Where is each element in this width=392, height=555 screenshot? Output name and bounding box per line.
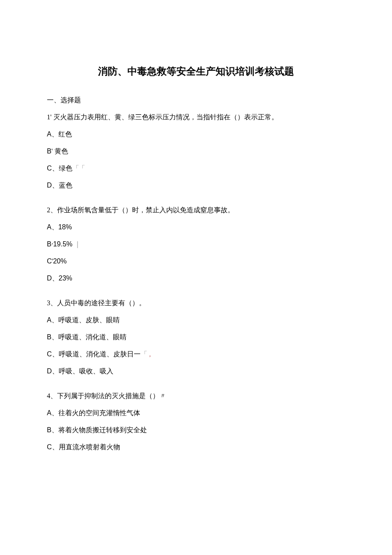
option-d: D、蓝色 bbox=[47, 180, 345, 191]
option-text: 23% bbox=[59, 275, 72, 282]
question-1: 1' 灭火器压力表用红、黄、绿三色标示压力情况，当指针指在（）表示正常。 A、红… bbox=[47, 112, 345, 191]
option-prefix: A bbox=[47, 316, 52, 324]
option-prefix: C bbox=[47, 165, 52, 172]
option-b: B、呼吸道、消化道、眼睛 bbox=[47, 332, 345, 342]
option-text: 呼吸、吸收、吸入 bbox=[59, 367, 113, 375]
option-sep: 、 bbox=[52, 316, 58, 324]
option-d: D、呼吸、吸收、吸入 bbox=[47, 366, 345, 376]
option-sep: 、 bbox=[52, 130, 58, 138]
option-a: A、红色 bbox=[47, 129, 345, 139]
answer-mark: ｜ bbox=[74, 240, 81, 248]
option-c: C、用直流水喷射着火物 bbox=[47, 442, 345, 452]
option-a: A、18% bbox=[47, 222, 345, 232]
option-prefix: C bbox=[47, 257, 52, 265]
question-text: 2、作业场所氧含量低于（）时，禁止入内以免造成窒息事故。 bbox=[47, 205, 345, 215]
option-prefix: C bbox=[47, 350, 52, 358]
option-text: 红色 bbox=[58, 130, 72, 138]
option-sep: 、 bbox=[52, 443, 59, 451]
option-sep: 、 bbox=[52, 165, 59, 172]
question-text: 1' 灭火器压力表用红、黄、绿三色标示压力情况，当指针指在（）表示正常。 bbox=[47, 112, 345, 122]
option-text: 蓝色 bbox=[59, 182, 72, 189]
option-prefix: D bbox=[47, 275, 52, 282]
option-text: 呼吸道、皮肤、眼睛 bbox=[58, 316, 120, 324]
option-sep: 、 bbox=[52, 182, 59, 189]
option-prefix: B bbox=[47, 426, 52, 434]
option-sep: 、 bbox=[52, 350, 59, 358]
option-sep: 、 bbox=[52, 275, 59, 282]
question-text: 4、下列属于抑制法的灭火措施是（）〃 bbox=[47, 391, 345, 401]
option-prefix: C bbox=[47, 443, 52, 451]
option-text: 18% bbox=[58, 223, 72, 231]
option-text: 绿色 bbox=[59, 165, 72, 172]
option-b: B·19.5%｜ bbox=[47, 239, 345, 249]
option-prefix: B bbox=[47, 147, 52, 155]
option-sep: 、 bbox=[52, 409, 58, 416]
option-text: 往着火的空间充灌惰性气体 bbox=[58, 409, 140, 416]
option-c: C、绿色「「 bbox=[47, 163, 345, 173]
option-text: 呼吸道、消化道、皮肤日一 bbox=[59, 350, 141, 358]
option-a: A、往着火的空间充灌惰性气体 bbox=[47, 408, 345, 418]
option-sep: 、 bbox=[52, 223, 58, 231]
section-heading: 一、选择题 bbox=[47, 95, 345, 105]
answer-mark-punct: ， bbox=[147, 350, 153, 358]
question-4: 4、下列属于抑制法的灭火措施是（）〃 A、往着火的空间充灌惰性气体 B、将着火物… bbox=[47, 391, 345, 452]
question-3: 3、人员中毒的途径主要有（）。 A、呼吸道、皮肤、眼睛 B、呼吸道、消化道、眼睛… bbox=[47, 298, 345, 376]
option-text: 呼吸道、消化道、眼睛 bbox=[58, 333, 127, 341]
option-prefix: D bbox=[47, 182, 52, 189]
option-b: B' 黄色 bbox=[47, 146, 345, 156]
option-d: D、23% bbox=[47, 273, 345, 283]
option-prefix: A bbox=[47, 223, 52, 231]
option-prefix: A bbox=[47, 130, 52, 138]
option-c: C'20% bbox=[47, 256, 345, 266]
option-a: A、呼吸道、皮肤、眼睛 bbox=[47, 315, 345, 325]
option-text: 将着火物质搬迁转移到安全处 bbox=[58, 426, 147, 434]
option-sep: ' bbox=[52, 147, 55, 155]
option-c: C、呼吸道、消化道、皮肤日一「， bbox=[47, 349, 345, 359]
option-prefix: D bbox=[47, 367, 52, 375]
option-b: B、将着火物质搬迁转移到安全处 bbox=[47, 425, 345, 435]
answer-mark: 「「 bbox=[72, 164, 84, 172]
option-text: 黄色 bbox=[55, 147, 68, 155]
answer-mark: 「 bbox=[141, 350, 147, 358]
option-sep: 、 bbox=[52, 426, 58, 434]
option-prefix: B bbox=[47, 333, 52, 341]
question-2: 2、作业场所氧含量低于（）时，禁止入内以免造成窒息事故。 A、18% B·19.… bbox=[47, 205, 345, 283]
option-sep: 、 bbox=[52, 367, 59, 375]
question-text: 3、人员中毒的途径主要有（）。 bbox=[47, 298, 345, 308]
option-prefix: B bbox=[47, 240, 52, 248]
option-text: 19.5% bbox=[53, 240, 72, 248]
option-text: 20% bbox=[53, 257, 66, 265]
option-text: 用直流水喷射着火物 bbox=[59, 443, 120, 451]
option-prefix: A bbox=[47, 409, 52, 416]
document-title: 消防、中毒急救等安全生产知识培训考核试题 bbox=[47, 64, 345, 79]
option-sep: 、 bbox=[52, 333, 58, 341]
